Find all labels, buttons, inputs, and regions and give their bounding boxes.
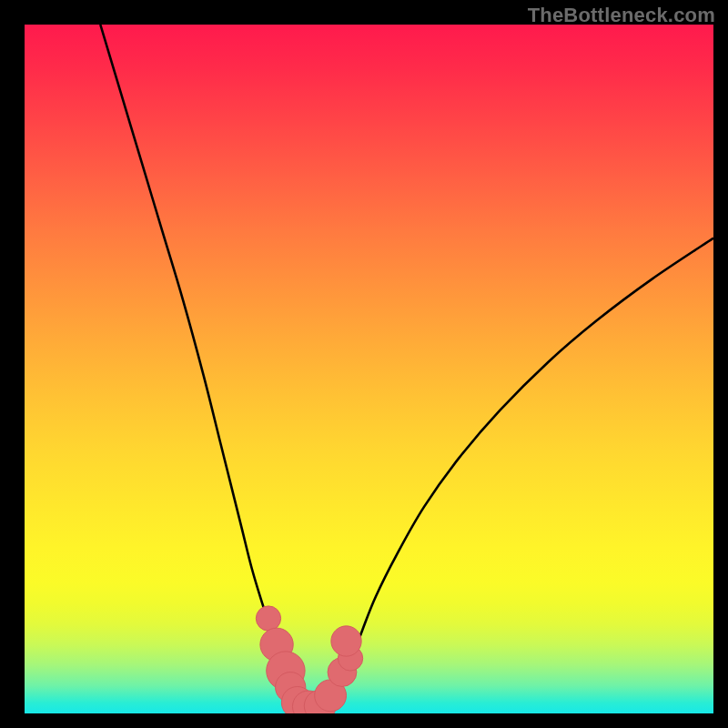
curve-right — [328, 238, 713, 703]
data-marker — [331, 626, 361, 656]
curve-left — [100, 25, 300, 703]
chart-svg — [25, 25, 713, 713]
plot-area — [25, 25, 713, 713]
watermark-text: TheBottleneck.com — [528, 4, 715, 27]
data-markers — [256, 606, 362, 713]
chart-frame: TheBottleneck.com — [0, 0, 728, 728]
data-marker — [256, 606, 280, 631]
